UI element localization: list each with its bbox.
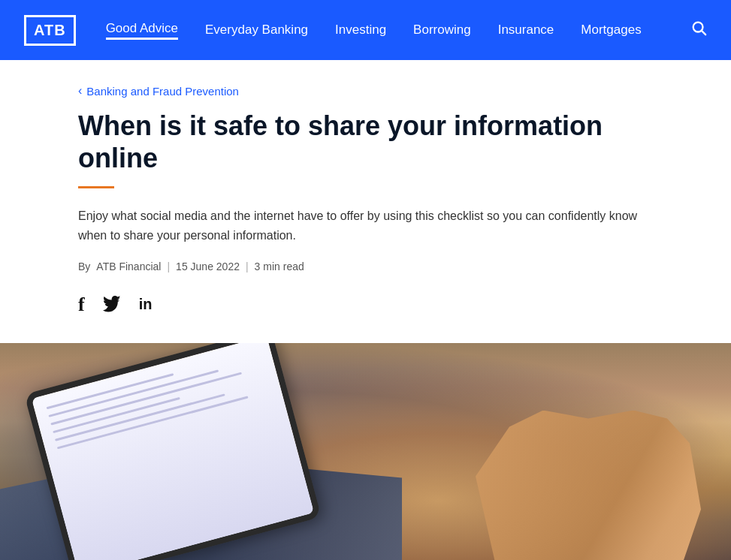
- article-meta: By ATB Financial | 15 June 2022 | 3 min …: [78, 260, 653, 272]
- nav-insurance[interactable]: Insurance: [498, 23, 554, 38]
- search-icon[interactable]: [690, 20, 707, 41]
- svg-line-1: [702, 31, 705, 35]
- social-share-bar: f in: [78, 294, 653, 316]
- article-author: ATB Financial: [96, 260, 161, 272]
- tablet-screen: [32, 343, 314, 560]
- breadcrumb-chevron-icon: ‹: [78, 84, 82, 98]
- hero-image-inner: [0, 343, 731, 560]
- facebook-share-button[interactable]: f: [78, 294, 85, 316]
- linkedin-share-button[interactable]: in: [139, 296, 153, 313]
- article-title: When is it safe to share your informatio…: [78, 110, 653, 174]
- nav-everyday-banking[interactable]: Everyday Banking: [205, 23, 308, 38]
- main-content: ‹ Banking and Fraud Prevention When is i…: [0, 60, 731, 316]
- logo-text: ATB: [34, 22, 66, 39]
- twitter-share-button[interactable]: [103, 296, 121, 314]
- atb-logo[interactable]: ATB: [24, 15, 76, 46]
- article-hero-image: [0, 343, 731, 560]
- nav-mortgages[interactable]: Mortgages: [581, 23, 641, 38]
- article-by-label: By: [78, 260, 90, 272]
- hand-illustration: [476, 411, 701, 560]
- nav-investing[interactable]: Investing: [335, 23, 386, 38]
- main-nav: Good Advice Everyday Banking Investing B…: [106, 21, 690, 40]
- title-underline-decoration: [78, 186, 114, 188]
- meta-separator-1: |: [167, 260, 170, 272]
- breadcrumb-link[interactable]: Banking and Fraud Prevention: [86, 85, 239, 98]
- article-read-time: 3 min read: [255, 260, 304, 272]
- site-header: ATB Good Advice Everyday Banking Investi…: [0, 0, 731, 60]
- article-date: 15 June 2022: [176, 260, 240, 272]
- nav-good-advice[interactable]: Good Advice: [106, 21, 178, 40]
- nav-borrowing[interactable]: Borrowing: [413, 23, 471, 38]
- breadcrumb: ‹ Banking and Fraud Prevention: [78, 84, 653, 98]
- article-description: Enjoy what social media and the internet…: [78, 206, 653, 245]
- meta-separator-2: |: [246, 260, 249, 272]
- tablet-illustration: [24, 343, 322, 560]
